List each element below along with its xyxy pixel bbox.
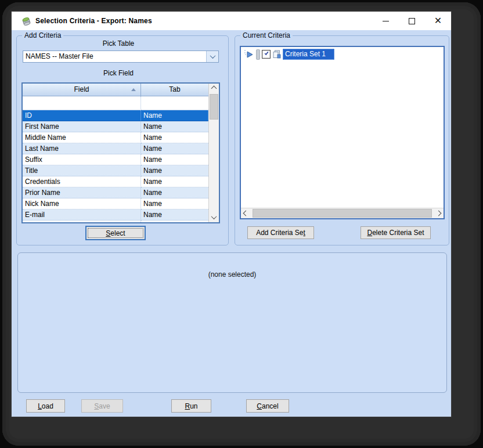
table-row[interactable]: First Name Name	[23, 121, 208, 132]
export-disk-icon	[21, 16, 31, 26]
criteria-set-document-icon	[272, 50, 281, 59]
field-table-filter-row[interactable]	[23, 96, 208, 110]
run-button-label: Run	[185, 402, 197, 410]
table-row[interactable]: Last Name Name	[23, 143, 208, 154]
cell-tab: Name	[141, 143, 208, 154]
pick-table-dropdown[interactable]: NAMES -- Master File	[23, 50, 219, 63]
cell-field: ID	[23, 110, 141, 121]
pick-table-selected-value: NAMES -- Master File	[23, 51, 206, 62]
column-header-field-label: Field	[74, 85, 89, 93]
dropdown-arrow-button[interactable]	[206, 51, 218, 62]
cell-field: E-mail	[23, 209, 141, 221]
tree-item-criteria-set-1[interactable]: Criteria Set 1	[243, 49, 444, 60]
delete-criteria-set-label: Delete Criteria Set	[367, 229, 424, 237]
criteria-tree[interactable]: Criteria Set 1	[240, 46, 445, 219]
load-button-label: Load	[38, 402, 53, 410]
scroll-down-button[interactable]	[209, 212, 219, 222]
none-selected-text: (none selected)	[18, 270, 446, 279]
title-bar[interactable]: Selection Criteria - Export: Names ✕	[12, 12, 451, 30]
cell-tab: Name	[141, 121, 208, 132]
table-row[interactable]: Prior Name Name	[23, 187, 208, 198]
filter-cell-tab[interactable]	[141, 96, 208, 110]
chevron-right-icon	[436, 211, 442, 216]
cell-field: Email Type	[23, 221, 141, 222]
selection-criteria-dialog: Selection Criteria - Export: Names ✕ Add…	[12, 12, 451, 417]
chevron-down-icon	[211, 214, 217, 219]
table-row[interactable]: Suffix Name	[23, 154, 208, 165]
table-row[interactable]: Email Type Name	[23, 221, 208, 222]
sort-ascending-icon	[131, 88, 136, 91]
close-icon: ✕	[434, 16, 442, 26]
current-criteria-group: Current Criteria	[235, 35, 449, 245]
vertical-scrollbar[interactable]	[208, 84, 219, 222]
tree-branch-arrow-icon	[243, 49, 256, 60]
cell-field: Last Name	[23, 143, 141, 154]
cell-field: Prior Name	[23, 187, 141, 198]
add-criteria-set-button[interactable]: Add Criteria Set	[247, 226, 314, 239]
vertical-scroll-thumb[interactable]	[210, 94, 218, 120]
focus-outline	[88, 228, 143, 238]
add-criteria-group: Add Criteria Pick Table NAMES -- Master …	[16, 35, 229, 245]
chevron-down-icon	[210, 53, 215, 59]
table-row[interactable]: ID Name	[23, 110, 208, 121]
tree-item-grip	[256, 49, 260, 60]
horizontal-scrollbar[interactable]	[241, 208, 444, 218]
checkmark-icon	[264, 51, 269, 56]
table-row[interactable]: Middle Name Name	[23, 132, 208, 143]
maximize-icon	[409, 18, 415, 24]
current-criteria-group-label: Current Criteria	[240, 31, 293, 39]
filter-cell-field[interactable]	[23, 96, 141, 110]
save-button-label: Save	[94, 402, 110, 410]
horizontal-scroll-thumb[interactable]	[253, 209, 432, 218]
cell-field: Suffix	[23, 154, 141, 165]
add-criteria-group-label: Add Criteria	[22, 31, 63, 39]
window-title: Selection Criteria - Export: Names	[35, 17, 152, 25]
tree-item-label: Criteria Set 1	[283, 49, 334, 60]
cancel-button[interactable]: Cancel	[246, 399, 289, 413]
pick-table-label: Pick Table	[17, 39, 220, 48]
load-button[interactable]: Load	[26, 399, 65, 413]
table-row[interactable]: Nick Name Name	[23, 198, 208, 209]
cell-field: Title	[23, 165, 141, 176]
table-row[interactable]: E-mail Name	[23, 209, 208, 221]
cell-field: Credentials	[23, 176, 141, 187]
cell-tab: Name	[141, 165, 208, 176]
scroll-up-button[interactable]	[209, 84, 219, 93]
selected-criteria-panel: (none selected)	[17, 252, 447, 393]
chevron-up-icon	[211, 86, 217, 92]
criteria-set-checkbox[interactable]	[262, 50, 271, 59]
maximize-button[interactable]	[399, 12, 425, 30]
field-table: Field Tab ID	[21, 82, 220, 223]
cell-field: Nick Name	[23, 198, 141, 209]
pick-field-label: Pick Field	[17, 69, 220, 77]
minimize-icon	[383, 21, 389, 21]
chevron-left-icon	[243, 211, 249, 216]
cell-field: Middle Name	[23, 132, 141, 143]
cancel-button-label: Cancel	[257, 402, 278, 410]
column-header-tab[interactable]: Tab	[141, 84, 208, 96]
cell-tab: Name	[141, 221, 208, 222]
cell-tab: Name	[141, 209, 208, 221]
scroll-left-button[interactable]	[241, 208, 251, 218]
field-table-columns: Field Tab ID	[23, 84, 208, 222]
cell-tab: Name	[141, 187, 208, 198]
table-row[interactable]: Credentials Name	[23, 176, 208, 187]
cell-field: First Name	[23, 121, 141, 132]
window-controls: ✕	[373, 12, 451, 30]
select-button[interactable]: Select	[85, 226, 146, 240]
table-row[interactable]: Title Name	[23, 165, 208, 176]
cell-tab: Name	[141, 154, 208, 165]
column-header-field[interactable]: Field	[23, 84, 141, 96]
delete-criteria-set-button[interactable]: Delete Criteria Set	[361, 226, 431, 239]
cell-tab: Name	[141, 110, 208, 121]
close-button[interactable]: ✕	[425, 12, 451, 30]
column-header-tab-label: Tab	[169, 85, 180, 93]
cell-tab: Name	[141, 132, 208, 143]
screenshot-background: Selection Criteria - Export: Names ✕ Add…	[0, 0, 483, 448]
save-button: Save	[81, 399, 123, 413]
minimize-button[interactable]	[373, 12, 399, 30]
run-button[interactable]: Run	[171, 399, 211, 413]
scroll-right-button[interactable]	[434, 208, 444, 218]
dialog-body: Add Criteria Pick Table NAMES -- Master …	[12, 30, 451, 417]
add-criteria-set-label: Add Criteria Set	[256, 229, 305, 237]
